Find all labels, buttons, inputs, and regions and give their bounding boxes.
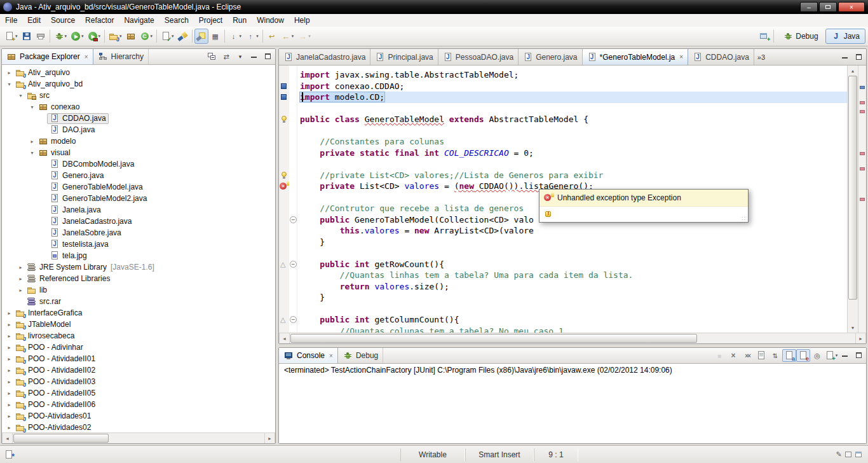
forward-button[interactable]: →▾ [295,29,313,44]
collapsed-arrow-icon[interactable]: ▸ [6,402,13,408]
expanded-arrow-icon[interactable]: ▾ [6,81,13,87]
code-line-15[interactable]: this.valores = new ArrayList<CD>(valore [300,225,847,237]
open-task-menu-arrow-icon[interactable]: ▾ [172,34,174,39]
code-line-10[interactable]: //private List<CD> valores;//Lista de Ge… [300,170,847,181]
view-menu-button[interactable]: ▾ [233,50,247,63]
remove-all-launches-button[interactable]: ×× [740,349,754,362]
collapsed-arrow-icon[interactable]: ▸ [6,356,13,362]
expanded-arrow-icon[interactable]: ▾ [29,104,36,110]
editor-tab-cddao-java[interactable]: JCDDAO.java [688,49,754,65]
open-perspective-button[interactable]: + [757,29,771,44]
tree-item-conexao[interactable]: ▾conexao [2,101,275,113]
fold-collapse-icon[interactable]: − [290,216,297,223]
tree-item-ativ-arquivo[interactable]: ▸JAtiv_arquivo [2,67,275,78]
editor-maximize-button[interactable] [852,51,866,64]
overview-marker[interactable] [860,198,865,201]
tree-item-ativ-arquivo-bd[interactable]: ▾JAtiv_arquivo_bd [2,78,275,90]
editor-tab-pessoadao-java[interactable]: JPessoaDAO.java [438,49,519,65]
bookmark-marker-icon[interactable] [279,92,289,102]
perspective-java-button[interactable]: JJava [825,29,865,44]
scroll-right-icon[interactable]: ► [855,333,866,343]
close-view-icon[interactable]: × [85,53,88,60]
run-menu-arrow-icon[interactable]: ▾ [81,34,84,39]
code-line-24[interactable]: //Quantas colunas tem a tabela? No meu c… [300,326,847,333]
code-line-23[interactable]: public int getColumnCount(){ [300,314,847,326]
run-button[interactable]: ▶▾ [69,29,86,44]
scroll-lock-button[interactable]: ⇅ [768,349,782,362]
editor-minimize-button[interactable] [838,51,852,64]
tree-item-src-rar[interactable]: src.rar [2,296,275,307]
console-output[interactable] [279,377,866,443]
menu-edit[interactable]: Edit [22,14,46,27]
link-with-editor-button[interactable]: ⇄ [219,50,233,63]
tree-item-poo-adivinhar[interactable]: ▸JPOO - Adivinhar [2,342,275,353]
code-line-1[interactable]: import javax.swing.table.AbstractTableMo… [300,69,847,81]
close-tab-icon[interactable]: × [679,53,683,60]
expanded-arrow-icon[interactable]: ▾ [17,93,24,99]
editor-tab-genero-java[interactable]: JGenero.java [519,49,582,65]
menu-window[interactable]: Window [252,14,289,27]
window-close-button[interactable]: × [838,2,865,12]
view-tab-console[interactable]: Console× [279,348,338,363]
tree-item-jre-system-library[interactable]: ▸JRE System Library[JavaSE-1.6] [2,261,275,273]
error-tooltip-message-row[interactable]: × Unhandled exception type Exception [539,190,748,207]
fold-collapse-icon[interactable]: − [290,261,297,268]
expanded-arrow-icon[interactable]: ▾ [29,150,36,156]
minimize-button[interactable] [247,50,261,63]
collapsed-arrow-icon[interactable]: ▸ [6,70,13,76]
editor-vertical-scrollbar[interactable]: ▲ ▼ [847,66,858,333]
print-button[interactable] [34,29,48,44]
view-tab-debug[interactable]: Debug [338,348,383,363]
tree-item-jtablemodel[interactable]: ▸JJTableModel [2,319,275,330]
quickfix-bulb-icon[interactable] [279,170,289,180]
tree-item-generotablemodel-java[interactable]: JGeneroTableModel.java [2,181,275,193]
next-annotation-button[interactable]: ↓▾ [227,29,244,44]
hidden-tabs-indicator[interactable]: »3 [754,49,768,65]
editor-tab-janelacadastro-java[interactable]: JJanelaCadastro.java [279,49,370,65]
collapsed-arrow-icon[interactable]: ▸ [6,333,13,339]
resize-grip-icon[interactable]: :: [742,215,746,221]
open-task-button[interactable]: ✓▾ [159,29,176,44]
tree-item-cddao-java[interactable]: JCDDAO.java [2,113,275,124]
maximize-button[interactable] [852,349,866,362]
save-button[interactable] [20,29,34,44]
collapse-all-button[interactable] [205,50,219,63]
tree-item-referenced-libraries[interactable]: ▸Referenced Libraries [2,273,275,284]
previous-annotation-menu-arrow-icon[interactable]: ▾ [256,34,259,39]
editor-tab--generotablemodel-ja[interactable]: J*GeneroTableModel.ja× [583,49,689,65]
collapsed-arrow-icon[interactable]: ▸ [6,413,13,419]
code-line-5[interactable]: public class GeneroTableModel extends Ab… [300,114,847,125]
code-line-20[interactable]: return valores.size(); [300,281,847,293]
scroll-down-icon[interactable]: ▼ [848,322,858,333]
clear-console-button[interactable] [754,349,768,362]
bookmark-marker-icon[interactable] [279,81,289,91]
tree-item-poo-atividadeii05[interactable]: ▸JPOO - AtividadeII05 [2,387,275,399]
menu-run[interactable]: Run [227,14,252,27]
explorer-horizontal-scrollbar[interactable]: ◄ ► [2,432,275,443]
tree-item-interfacegrafica[interactable]: ▸JInterfaceGrafica [2,307,275,319]
external-tools-button[interactable]: ▶▾ [86,29,103,44]
new-wizard-menu-arrow-icon[interactable]: ▾ [15,34,18,39]
statusbar-window-icon[interactable] [854,450,864,460]
quick-fix-row[interactable]: ! :: [539,207,748,222]
code-line-7[interactable]: //Constantes para colunas [300,136,847,148]
project-tree[interactable]: ▸JAtiv_arquivo▾JAtiv_arquivo_bd▾src▾cone… [2,65,275,432]
code-line-8[interactable]: private static final int COL_DESCRICAO =… [300,148,847,159]
collapsed-arrow-icon[interactable]: ▸ [6,390,13,396]
error-marker-icon[interactable]: × [279,181,289,191]
code-line-9[interactable] [300,158,847,170]
overview-marker[interactable] [860,110,865,113]
scroll-right-icon[interactable]: ► [264,433,275,443]
menu-source[interactable]: Source [46,14,80,27]
new-java-project-menu-arrow-icon[interactable]: ▾ [119,34,122,39]
new-wizard-button[interactable]: +▾ [3,29,20,44]
tree-item-poo-atividadeii03[interactable]: ▸JPOO - AtividadeII03 [2,376,275,387]
previous-annotation-button[interactable]: ↑▾ [243,29,261,44]
implements-marker-icon[interactable]: △ [279,259,289,269]
new-java-project-button[interactable]: J▾ [107,29,124,44]
collapsed-arrow-icon[interactable]: ▸ [17,276,24,282]
scroll-left-icon[interactable]: ◄ [279,333,290,343]
statusbar-box-icon[interactable] [844,450,854,460]
new-package-button[interactable] [124,29,138,44]
menu-navigate[interactable]: Navigate [119,14,159,27]
